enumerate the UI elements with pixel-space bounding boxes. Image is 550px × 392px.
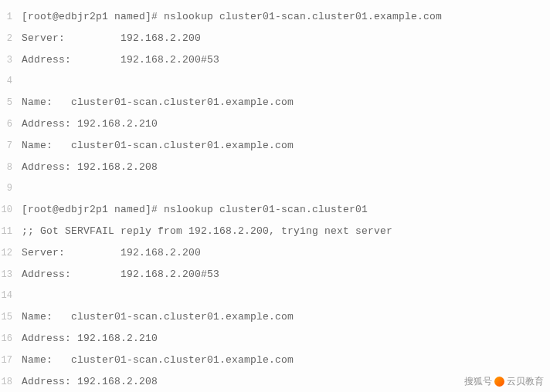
code-line: 9 [0,178,550,199]
line-content: Name: cluster01-scan.cluster01.example.c… [22,306,294,327]
line-number: 8 [0,157,22,178]
code-line: 7Name: cluster01-scan.cluster01.example.… [0,135,550,157]
code-line: 10[root@edbjr2p1 named]# nslookup cluste… [0,199,550,221]
code-line: 15Name: cluster01-scan.cluster01.example… [0,306,550,328]
line-content: Address: 192.168.2.210 [22,113,158,134]
code-line: 4 [0,71,550,92]
line-number: 15 [0,307,22,328]
code-line: 5Name: cluster01-scan.cluster01.example.… [0,92,550,113]
line-number: 14 [0,286,22,306]
terminal-output: 1[root@edbjr2p1 named]# nslookup cluster… [0,0,550,392]
code-line: 14 [0,286,550,306]
line-number: 5 [0,93,22,113]
code-line: 12Server: 192.168.2.200 [0,242,550,264]
line-number: 10 [0,200,22,221]
line-number: 9 [0,178,22,199]
code-line: 2Server: 192.168.2.200 [0,28,550,49]
code-line: 8Address: 192.168.2.208 [0,157,550,178]
line-content: Address: 192.168.2.200#53 [22,264,219,285]
line-number: 4 [0,71,22,92]
line-number: 6 [0,114,22,135]
line-content: Server: 192.168.2.200 [22,242,201,263]
line-number: 17 [0,350,22,371]
code-line: 6Address: 192.168.2.210 [0,113,550,135]
line-content: Name: cluster01-scan.cluster01.example.c… [22,350,294,370]
line-number: 2 [0,29,22,49]
line-content: Address: 192.168.2.210 [22,328,158,349]
line-number: 11 [0,221,22,242]
code-line: 1[root@edbjr2p1 named]# nslookup cluster… [0,6,550,28]
code-line: 18Address: 192.168.2.208 [0,371,550,392]
code-line: 11;; Got SERVFAIL reply from 192.168.2.2… [0,221,550,242]
line-content: [root@edbjr2p1 named]# nslookup cluster0… [22,6,442,27]
line-content: Address: 192.168.2.208 [22,371,158,392]
line-number: 1 [0,7,22,28]
line-content: [root@edbjr2p1 named]# nslookup cluster0… [22,199,368,220]
line-number: 16 [0,329,22,350]
line-number: 13 [0,265,22,286]
line-number: 7 [0,136,22,157]
code-line: 17Name: cluster01-scan.cluster01.example… [0,350,550,371]
line-number: 12 [0,243,22,264]
code-line: 16Address: 192.168.2.210 [0,328,550,350]
line-content: Server: 192.168.2.200 [22,28,201,49]
line-content: Name: cluster01-scan.cluster01.example.c… [22,135,294,156]
line-content: Address: 192.168.2.200#53 [22,49,219,70]
code-line: 3Address: 192.168.2.200#53 [0,49,550,71]
code-line: 13Address: 192.168.2.200#53 [0,264,550,286]
line-content: Address: 192.168.2.208 [22,157,158,177]
line-content: Name: cluster01-scan.cluster01.example.c… [22,92,294,113]
line-number: 3 [0,50,22,71]
line-number: 18 [0,372,22,392]
line-content: ;; Got SERVFAIL reply from 192.168.2.200… [22,221,392,242]
